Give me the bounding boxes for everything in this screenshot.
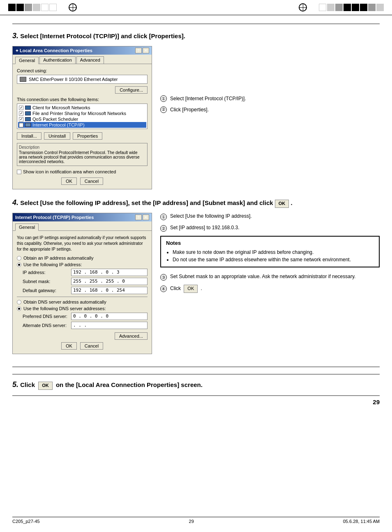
network-icon	[25, 111, 31, 115]
top-rule	[12, 23, 380, 24]
gateway-input[interactable]: 192 . 168 . 0 . 254	[71, 287, 148, 294]
step3-num: 3.	[12, 32, 18, 40]
header-bar	[0, 0, 392, 15]
bottom-rule	[12, 395, 380, 396]
tab-tcp-general[interactable]: General	[15, 223, 39, 231]
ok-inline-btn: OK	[275, 200, 289, 207]
list-item: ✓ File and Printer Sharing for Microsoft…	[18, 111, 146, 116]
step3-content: ✦ Local Area Connection Properties ? ✕ G…	[12, 46, 380, 189]
tcp-help-button[interactable]: ?	[135, 214, 142, 220]
callout-text-1: Select [Internet Protocol (TCP/IP)].	[170, 95, 246, 102]
step4-callout-num-1: ①	[160, 214, 167, 220]
item-label: QoS Packet Scheduler	[32, 117, 78, 122]
checkbox-client[interactable]: ✓	[19, 106, 23, 110]
connect-using-label: Connect using:	[17, 68, 148, 73]
radio-use-dns-icon[interactable]	[17, 306, 21, 311]
tcp-ip-properties-dialog: Internet Protocol (TCP/IP) Properties ? …	[12, 213, 152, 354]
cancel-button[interactable]: Cancel	[80, 177, 103, 185]
step4-dialog-col: Internet Protocol (TCP/IP) Properties ? …	[12, 213, 152, 354]
radio-auto-icon[interactable]	[17, 256, 21, 260]
dialog-body: Connect using: SMC EtherPower II 10/100 …	[13, 64, 152, 189]
step4-callout-2: ② Set [IP address] to 192.168.0.3.	[160, 224, 380, 232]
step4-callout-num-2: ②	[160, 225, 167, 232]
configure-button[interactable]: Configure...	[115, 86, 148, 94]
tab-advanced[interactable]: Advanced	[76, 56, 104, 64]
radio-use-icon[interactable]	[17, 263, 21, 267]
ok-cancel-row: OK Cancel	[17, 177, 148, 185]
show-icon-row: Show icon in notification area when conn…	[17, 169, 148, 174]
note-item-1: Make sure to note down the original IP a…	[173, 249, 374, 256]
list-item-selected[interactable]: ✓ Internet Protocol (TCP/IP)	[18, 122, 146, 128]
tcp-dialog-title: Internet Protocol (TCP/IP) Properties	[15, 215, 94, 220]
advanced-button[interactable]: Advanced...	[115, 332, 148, 340]
tcp-close-button[interactable]: ✕	[143, 214, 149, 220]
step3-callouts: ① Select [Internet Protocol (TCP/IP)]. ②…	[160, 46, 380, 189]
alternate-dns-label: Alternate DNS server:	[23, 323, 68, 328]
close-button[interactable]: ✕	[143, 48, 149, 53]
radio-use-ip: Use the following IP address:	[17, 262, 148, 267]
step5-num: 5.	[12, 380, 18, 389]
ip-address-input[interactable]: 192 . 168 . 0 . 3	[71, 269, 148, 276]
network-icon	[25, 117, 31, 121]
alternate-dns-input[interactable]: . . .	[71, 322, 148, 329]
description-box: Description Transmission Control Protoco…	[17, 143, 148, 166]
install-row: Install... Uninstall Properties	[17, 132, 148, 140]
checkbox-tcp[interactable]: ✓	[19, 123, 23, 127]
help-button[interactable]: ?	[135, 48, 142, 53]
crosshair-icon	[69, 3, 77, 12]
advanced-row: Advanced...	[17, 332, 148, 340]
dialog-titlebar: ✦ Local Area Connection Properties ? ✕	[13, 46, 152, 55]
preferred-dns-input[interactable]: 0 . 0 . 0 . 0	[71, 313, 148, 320]
titlebar-buttons: ? ✕	[135, 48, 149, 53]
footer-center: 29	[189, 519, 194, 524]
ok-inline-4: OK	[184, 285, 198, 292]
checkbox-qos[interactable]: ✓	[19, 117, 23, 122]
checkbox-file[interactable]: ✓	[19, 111, 23, 116]
step4-callout-num-3: ③	[160, 274, 167, 281]
callout-1: ① Select [Internet Protocol (TCP/IP)].	[160, 95, 380, 102]
local-area-connection-dialog: ✦ Local Area Connection Properties ? ✕ G…	[12, 46, 152, 189]
dialog-title: ✦ Local Area Connection Properties	[15, 48, 92, 53]
note-item-2: Do not use the same IP address elsewhere…	[173, 256, 374, 263]
tcp-dialog-body: You can get IP settings assigned automat…	[13, 231, 152, 354]
subnet-label: Subnet mask:	[23, 279, 68, 284]
checkbox-showicon[interactable]	[17, 170, 21, 174]
step3-dialog-col: ✦ Local Area Connection Properties ? ✕ G…	[12, 46, 152, 189]
subnet-input[interactable]: 255 . 255 . 255 . 0	[71, 278, 148, 285]
item-label: File and Printer Sharing for Microsoft N…	[32, 111, 126, 116]
tcp-ok-cancel: OK Cancel	[17, 342, 148, 350]
notes-list: Make sure to note down the original IP a…	[166, 249, 374, 263]
step4-callout-num-4: ④	[160, 286, 167, 292]
list-item: ✓ QoS Packet Scheduler	[18, 116, 146, 122]
notes-box: Notes Make sure to note down the origina…	[160, 236, 380, 267]
uninstall-button[interactable]: Uninstall	[44, 132, 70, 140]
install-button[interactable]: Install...	[17, 132, 42, 140]
adapter-icon	[20, 77, 26, 82]
tab-authentication[interactable]: Authentication	[39, 56, 76, 64]
step5-section: 5. Click OK on the [Local Area Connectio…	[12, 374, 380, 390]
crosshair-icon-right	[299, 3, 307, 12]
step4-heading: 4. Select [Use the following IP address]…	[12, 198, 380, 208]
tcp-intro-text: You can get IP settings assigned automat…	[17, 235, 148, 252]
gateway-label: Default gateway:	[23, 288, 68, 293]
item-label: Client for Microsoft Networks	[32, 105, 90, 110]
tcp-dialog-titlebar: Internet Protocol (TCP/IP) Properties ? …	[13, 213, 152, 221]
tcp-ok-button[interactable]: OK	[61, 342, 77, 350]
step4-callouts: ① Select [Use the following IP address].…	[160, 213, 380, 354]
list-item: ✓ Client for Microsoft Networks	[18, 105, 146, 111]
main-content: 3. Select [Internet Protocol (TCP/IP)] a…	[0, 15, 392, 414]
step4-num: 4.	[12, 198, 18, 207]
preferred-dns-label: Preferred DNS server:	[23, 314, 68, 319]
tab-general[interactable]: General	[15, 57, 39, 64]
show-icon-label: Show icon in notification area when conn…	[23, 169, 116, 174]
radio-auto-dns-icon[interactable]	[17, 300, 21, 304]
item-label: Internet Protocol (TCP/IP)	[32, 122, 85, 127]
step4-callout-3: ③ Set Subnet mask to an appropriate valu…	[160, 273, 380, 281]
tcp-cancel-button[interactable]: Cancel	[80, 342, 103, 350]
properties-button[interactable]: Properties	[73, 132, 102, 140]
radio-auto-dns: Obtain DNS server address automatically	[17, 299, 148, 304]
tcp-icon	[25, 123, 31, 127]
callout-2: ② Click [Properties].	[160, 106, 380, 113]
ok-button[interactable]: OK	[61, 177, 77, 185]
step3-heading: 3. Select [Internet Protocol (TCP/IP)] a…	[12, 31, 380, 41]
